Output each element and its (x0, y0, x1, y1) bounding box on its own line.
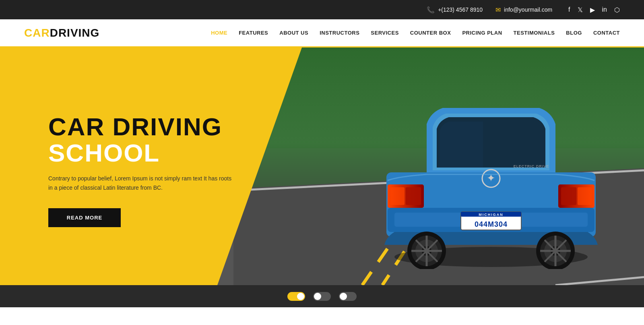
nav-testimonials[interactable]: TESTIMONIALS (514, 28, 555, 37)
facebook-icon[interactable]: f (568, 6, 570, 13)
svg-rect-16 (406, 187, 421, 205)
logo[interactable]: CARDRIVING (24, 27, 99, 39)
hero-description: Contrary to popular belief, Lorem Ipsum … (48, 174, 233, 192)
hero-content: CAR DRIVING SCHOOL Contrary to popular b… (0, 48, 274, 285)
header: CARDRIVING HOME FEATURES ABOUT US INSTRU… (0, 19, 644, 48)
svg-text:MICHIGAN: MICHIGAN (479, 213, 504, 217)
dot-toggle-1 (297, 293, 304, 300)
car-image: MICHIGAN 044M304 ✦ ELECTRIC DRIVE (362, 68, 620, 269)
email-item: ✉ info@yourmail.com (495, 6, 552, 14)
dot-toggle-3 (340, 293, 347, 300)
slider-controls (0, 285, 644, 307)
top-bar-contact: 📞 +(123) 4567 8910 ✉ info@yourmail.com (427, 6, 552, 14)
youtube-icon[interactable]: ▶ (590, 6, 595, 14)
phone-item: 📞 +(123) 4567 8910 (427, 6, 483, 14)
logo-driving: DRIVING (50, 27, 100, 39)
phone-icon: 📞 (427, 6, 435, 14)
hero-section: MICHIGAN 044M304 ✦ ELECTRIC DRIVE (0, 48, 644, 285)
dot-toggle-2 (314, 293, 321, 300)
svg-text:ELECTRIC DRIVE: ELECTRIC DRIVE (514, 164, 549, 168)
slider-dot-1[interactable] (287, 292, 305, 301)
instagram-icon[interactable]: ⬡ (614, 6, 620, 14)
nav-services[interactable]: SERVICES (371, 28, 399, 37)
email-icon: ✉ (495, 6, 501, 14)
nav-contact[interactable]: CONTACT (593, 28, 620, 37)
read-more-button[interactable]: READ MORE (48, 208, 121, 227)
hero-title-line2: SCHOOL (48, 140, 274, 166)
svg-text:044M304: 044M304 (475, 220, 508, 228)
social-links: f 𝕏 ▶ in ⬡ (568, 6, 620, 14)
nav-pricing[interactable]: PRICING PLAN (462, 28, 502, 37)
phone-number: +(123) 4567 8910 (438, 6, 483, 13)
main-nav: HOME FEATURES ABOUT US INSTRUCTORS SERVI… (211, 28, 620, 37)
linkedin-icon[interactable]: in (602, 6, 607, 13)
nav-blog[interactable]: BLOG (566, 28, 582, 37)
svg-rect-15 (390, 187, 405, 205)
nav-home[interactable]: HOME (211, 28, 227, 37)
slider-dot-3[interactable] (339, 292, 357, 301)
nav-about[interactable]: ABOUT US (279, 28, 308, 37)
email-address: info@yourmail.com (504, 6, 552, 13)
logo-car: CAR (24, 27, 50, 39)
nav-features[interactable]: FEATURES (239, 28, 268, 37)
twitter-icon[interactable]: 𝕏 (578, 6, 583, 14)
nav-instructors[interactable]: INSTRUCTORS (320, 28, 359, 37)
svg-rect-18 (578, 187, 592, 205)
hero-title-line1: CAR DRIVING (48, 114, 274, 140)
svg-rect-17 (561, 187, 576, 205)
slider-dot-2[interactable] (313, 292, 331, 301)
top-bar: 📞 +(123) 4567 8910 ✉ info@yourmail.com f… (0, 0, 644, 19)
nav-counter[interactable]: COUNTER BOX (410, 28, 451, 37)
